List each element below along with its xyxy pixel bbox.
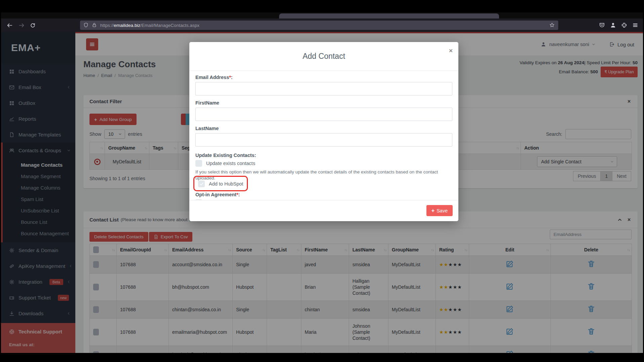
menu-icon[interactable] [632,22,638,28]
lock-icon[interactable] [92,23,97,28]
forward-icon[interactable] [17,21,25,29]
update-exists-label: Update exists contacts [206,161,255,166]
bookmark-star-icon[interactable] [550,23,555,28]
screen: https://emailidea.biz/Email/ManageContac… [0,0,644,362]
hubspot-option: Add to HubSpot [193,176,248,191]
modal-close-icon[interactable]: × [449,47,453,54]
browser-tab[interactable] [279,13,499,18]
modal-body: Email Address*: FirstName LastName Updat… [189,71,458,200]
update-existing-heading: Update Existing Contacts: [195,153,452,158]
url-bar[interactable]: https://emailidea.biz/Email/ManageContac… [80,21,558,30]
plus-icon: + [431,208,434,214]
update-exists-checkbox[interactable] [195,160,202,167]
add-to-hubspot-checkbox[interactable] [198,180,205,187]
email-address-label: Email Address*: [195,75,452,80]
lastname-label: LastName [195,126,452,131]
add-to-hubspot-label: Add to HubSpot [209,181,243,187]
extensions-icon[interactable] [621,22,627,28]
browser-toolbar: https://emailidea.biz/Email/ManageContac… [1,18,643,32]
optin-heading: Opt-in Agreement*: [195,192,452,197]
shield-icon[interactable] [83,23,89,28]
modal-footer: +Save [189,200,458,221]
url-text: https://emailidea.biz/Email/ManageContac… [100,23,199,28]
account-icon[interactable] [610,22,616,28]
lastname-field[interactable] [195,133,452,147]
page-viewport: EMA+ DashboardsEmail BoxOutBoxReportsMan… [1,32,643,353]
pocket-icon[interactable] [599,22,605,28]
browser-tabstrip [1,12,643,18]
email-address-field[interactable] [195,82,452,95]
modal-title: Add Contact [303,52,345,61]
back-icon[interactable] [6,21,14,29]
add-contact-modal: Add Contact × Email Address*: FirstName … [189,42,458,221]
save-button[interactable]: +Save [426,205,453,216]
firstname-field[interactable] [195,108,452,121]
firstname-label: FirstName [195,100,452,106]
reload-icon[interactable] [29,21,37,29]
